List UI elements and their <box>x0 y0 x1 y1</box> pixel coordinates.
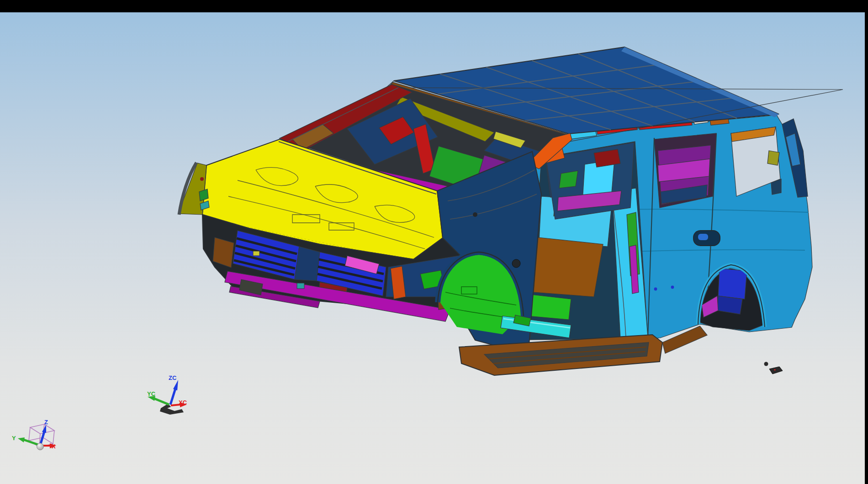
datum-origin-sphere[interactable] <box>37 443 44 450</box>
small-part-red-speck <box>774 369 776 371</box>
quarter-window[interactable] <box>731 127 781 196</box>
small-part-dot[interactable] <box>764 362 768 366</box>
front-yellow-speck <box>253 251 259 256</box>
front-cyan-speck <box>297 283 304 289</box>
quarter-bracket-olive[interactable] <box>767 151 779 165</box>
cad-window: ZC YC XC Z Y X <box>0 0 868 484</box>
grille-center-navy[interactable] <box>295 247 320 281</box>
floor-pan-green[interactable] <box>528 295 571 320</box>
datum-y-label: Y <box>12 435 16 442</box>
right-edge-bar <box>865 0 868 484</box>
wcs-x-label: XC <box>179 399 187 406</box>
datum-z-label: Z <box>44 419 48 426</box>
tip-red-dot <box>200 177 204 181</box>
window-green-patch[interactable] <box>559 171 578 188</box>
top-edge-bar <box>0 0 868 12</box>
3d-viewport[interactable]: ZC YC XC Z Y X <box>0 0 868 484</box>
rear-door-window[interactable] <box>654 133 716 208</box>
datum-x-label: X <box>52 443 56 450</box>
arch-inner-panel-blue[interactable] <box>718 268 747 299</box>
wcs-z-label: ZC <box>169 374 177 381</box>
floor-brown[interactable] <box>534 237 603 297</box>
wcs-y-label: YC <box>147 390 156 397</box>
door-handle-detail <box>698 234 708 240</box>
